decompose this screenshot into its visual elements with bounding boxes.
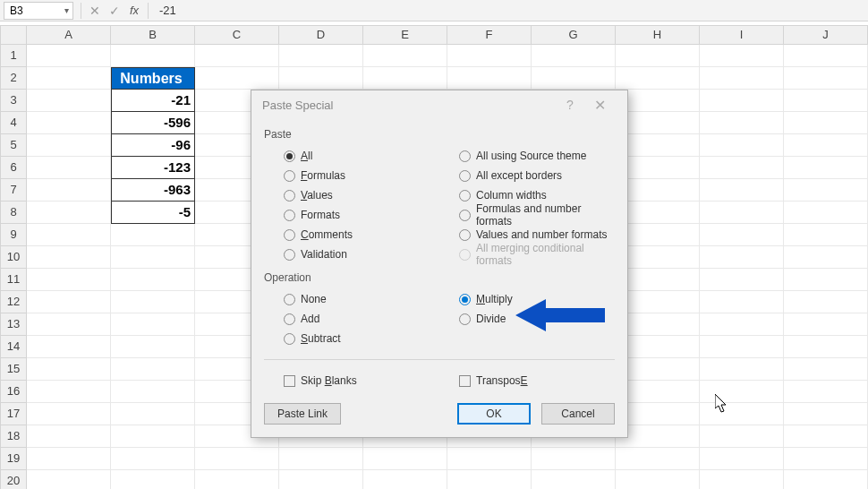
cell[interactable] [784, 90, 868, 112]
cell[interactable] [784, 134, 868, 157]
cell[interactable] [784, 403, 868, 425]
cell[interactable] [784, 246, 868, 269]
column-header[interactable]: B [111, 25, 195, 45]
cell[interactable] [27, 157, 111, 179]
cell[interactable]: -596 [111, 112, 195, 134]
cell[interactable] [363, 448, 447, 470]
cell[interactable] [27, 448, 111, 470]
cell[interactable] [616, 336, 700, 358]
column-header[interactable]: I [700, 25, 784, 45]
cell[interactable] [700, 269, 784, 291]
cell[interactable] [616, 90, 700, 112]
cell[interactable] [27, 90, 111, 112]
operation-option[interactable]: Add [284, 311, 439, 327]
cell[interactable] [27, 179, 111, 202]
cell[interactable] [27, 470, 111, 489]
formula-input[interactable]: -21 [152, 4, 176, 17]
cell[interactable] [27, 224, 111, 246]
cell[interactable]: -963 [111, 179, 195, 202]
cell[interactable] [532, 448, 616, 470]
cell[interactable] [616, 134, 700, 157]
row-header[interactable]: 20 [0, 470, 27, 489]
cell[interactable] [195, 45, 279, 67]
cell[interactable] [700, 45, 784, 67]
paste-option[interactable]: Comments [284, 227, 439, 243]
row-header[interactable]: 7 [0, 179, 27, 202]
cell[interactable] [27, 403, 111, 425]
cell[interactable] [111, 448, 195, 470]
cell[interactable] [616, 313, 700, 336]
operation-option[interactable]: None [284, 291, 439, 307]
row-header[interactable]: 1 [0, 45, 27, 67]
cell[interactable] [27, 45, 111, 67]
ok-button[interactable]: OK [457, 403, 531, 425]
cell[interactable] [616, 470, 700, 489]
cell[interactable] [363, 67, 447, 90]
cell[interactable] [447, 470, 532, 489]
cell[interactable] [616, 202, 700, 224]
cell[interactable] [27, 246, 111, 269]
cell[interactable] [111, 291, 195, 313]
cell[interactable] [784, 336, 868, 358]
cell[interactable] [700, 202, 784, 224]
cell[interactable] [111, 470, 195, 489]
cell[interactable] [700, 134, 784, 157]
cancel-button[interactable]: Cancel [541, 403, 615, 425]
column-header[interactable]: H [616, 25, 700, 45]
cell[interactable] [111, 45, 195, 67]
cell[interactable] [616, 425, 700, 448]
cell[interactable] [784, 224, 868, 246]
cell[interactable] [784, 291, 868, 313]
cell[interactable] [700, 224, 784, 246]
row-header[interactable]: 19 [0, 448, 27, 470]
cell[interactable] [447, 67, 532, 90]
cell[interactable]: -21 [111, 90, 195, 112]
cell[interactable] [700, 336, 784, 358]
paste-option[interactable]: Formulas [284, 167, 439, 184]
row-header[interactable]: 13 [0, 313, 27, 336]
paste-option[interactable]: Column widths [459, 187, 615, 203]
paste-option[interactable]: All [284, 148, 439, 164]
cell[interactable] [27, 67, 111, 90]
cell[interactable] [784, 313, 868, 336]
cell[interactable] [700, 313, 784, 336]
cell[interactable] [700, 291, 784, 313]
cell[interactable] [700, 157, 784, 179]
enter-formula-icon[interactable]: ✓ [105, 4, 124, 18]
row-header[interactable]: 10 [0, 246, 27, 269]
cell[interactable] [784, 202, 868, 224]
cell[interactable] [700, 358, 784, 381]
cell[interactable] [27, 358, 111, 381]
cell[interactable] [700, 470, 784, 489]
cell[interactable] [616, 45, 700, 67]
cell[interactable] [616, 224, 700, 246]
skip-blanks-checkbox[interactable]: Skip Blanks [284, 373, 439, 389]
cell[interactable] [27, 269, 111, 291]
row-header[interactable]: 9 [0, 224, 27, 246]
row-header[interactable]: 18 [0, 425, 27, 448]
paste-option[interactable]: All using Source theme [459, 148, 615, 164]
cell[interactable] [27, 336, 111, 358]
cell[interactable] [27, 381, 111, 403]
cell[interactable] [616, 358, 700, 381]
column-header[interactable]: C [195, 25, 279, 45]
cell[interactable] [784, 358, 868, 381]
paste-option[interactable]: Values [284, 187, 439, 203]
cell[interactable] [111, 224, 195, 246]
cell[interactable] [700, 381, 784, 403]
cell[interactable] [111, 358, 195, 381]
paste-option[interactable]: Formulas and number formats [459, 207, 615, 223]
operation-option[interactable]: Subtract [284, 330, 439, 347]
row-header[interactable]: 6 [0, 157, 27, 179]
cell[interactable] [784, 448, 868, 470]
transpose-checkbox[interactable]: TransposE [459, 373, 615, 389]
row-header[interactable]: 3 [0, 90, 27, 112]
cell[interactable] [447, 45, 532, 67]
cell[interactable] [784, 112, 868, 134]
row-header[interactable]: 17 [0, 403, 27, 425]
cell[interactable] [195, 67, 279, 90]
cell[interactable] [700, 67, 784, 90]
paste-option[interactable]: Formats [284, 207, 439, 223]
paste-link-button[interactable]: Paste Link [264, 403, 341, 425]
cell[interactable] [616, 269, 700, 291]
